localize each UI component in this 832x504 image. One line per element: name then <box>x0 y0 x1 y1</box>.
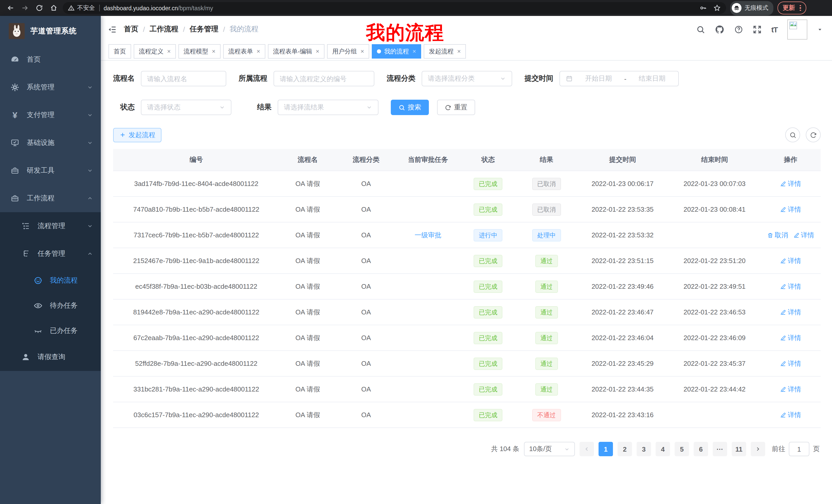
cell-actions: 取消详情 <box>760 222 821 248</box>
search-button[interactable]: 搜索 <box>391 100 429 115</box>
tab-6[interactable]: 我的流程× <box>372 44 421 59</box>
key-icon[interactable] <box>699 4 707 12</box>
page-button-4[interactable]: 4 <box>656 442 670 456</box>
sidebar-item-10[interactable]: 已办任务 <box>0 318 101 343</box>
detail-link[interactable]: 详情 <box>780 359 801 368</box>
cancel-link[interactable]: 取消 <box>767 230 788 240</box>
table-search-toggle-icon[interactable] <box>785 128 800 142</box>
cell-end-time: 2022-01-23 00:07:03 <box>669 171 760 197</box>
page-button-5[interactable]: 5 <box>675 442 689 456</box>
sidebar-item-label: 首页 <box>27 55 41 64</box>
page-ellipsis[interactable]: ··· <box>713 442 727 456</box>
sidebar-item-5[interactable]: 工作流程 <box>0 185 101 212</box>
reset-button[interactable]: 重置 <box>437 100 475 115</box>
close-icon[interactable]: × <box>361 48 364 55</box>
detail-link[interactable]: 详情 <box>780 333 801 342</box>
create-process-button[interactable]: 发起流程 <box>113 128 161 142</box>
result-tag: 通过 <box>535 357 558 370</box>
sidebar-item-6[interactable]: 流程管理 <box>0 212 101 240</box>
page-button-3[interactable]: 3 <box>636 442 651 456</box>
sidebar-item-4[interactable]: 研发工具 <box>0 157 101 185</box>
page-button-2[interactable]: 2 <box>618 442 632 456</box>
prev-page-button[interactable] <box>579 442 594 456</box>
filter-definition-input[interactable] <box>274 71 374 86</box>
filter-daterange-input[interactable]: 开始日期 - 结束日期 <box>560 71 679 86</box>
browser-back-icon[interactable] <box>5 3 16 13</box>
close-icon[interactable]: × <box>257 48 260 55</box>
page-button-1[interactable]: 1 <box>599 442 613 456</box>
page-button-11[interactable]: 11 <box>732 442 746 456</box>
detail-link[interactable]: 详情 <box>780 410 801 419</box>
security-chip[interactable]: 不安全 <box>68 4 95 12</box>
tab-7[interactable]: 发起流程× <box>424 44 466 59</box>
github-icon[interactable] <box>715 24 725 34</box>
close-icon[interactable]: × <box>167 48 171 55</box>
sidebar-item-2[interactable]: ¥支付管理 <box>0 101 101 129</box>
detail-link[interactable]: 详情 <box>780 179 801 188</box>
filter-status-select[interactable]: 请选择状态 <box>141 100 231 115</box>
avatar[interactable] <box>787 19 807 39</box>
sidebar-item-0[interactable]: 首页 <box>0 46 101 74</box>
detail-link[interactable]: 详情 <box>780 205 801 214</box>
close-icon[interactable]: × <box>457 48 461 55</box>
close-icon[interactable]: × <box>412 48 416 55</box>
filter-category-select[interactable]: 请选择流程分类 <box>422 71 512 86</box>
detail-link[interactable]: 详情 <box>793 230 814 240</box>
fullscreen-icon[interactable] <box>753 25 761 34</box>
tab-0[interactable]: 首页 <box>108 44 131 59</box>
page-button-6[interactable]: 6 <box>694 442 708 456</box>
filter-result-select[interactable]: 请选择流结果 <box>278 100 379 115</box>
sidebar-fold-icon[interactable] <box>108 25 117 34</box>
tab-2[interactable]: 流程模型× <box>178 44 220 59</box>
current-task-link[interactable]: 一级审批 <box>415 231 441 239</box>
detail-link[interactable]: 详情 <box>780 282 801 291</box>
cell-category: OA <box>336 351 396 376</box>
page-size-select[interactable]: 10条/页 <box>524 442 575 456</box>
detail-link[interactable]: 详情 <box>780 256 801 265</box>
sidebar-item-3[interactable]: 基础设施 <box>0 129 101 157</box>
filter-definition-label: 所属流程 <box>239 74 267 83</box>
tab-label: 我的流程 <box>384 47 409 56</box>
cell-submit-time: 2022-01-22 23:46:47 <box>577 299 669 325</box>
tab-5[interactable]: 用户分组× <box>327 44 369 59</box>
tab-1[interactable]: 流程定义× <box>134 44 176 59</box>
tab-4[interactable]: 流程表单-编辑× <box>268 44 324 59</box>
bookmark-star-icon[interactable] <box>713 4 721 12</box>
cell-id: 331bc281-7b9a-11ec-a290-acde48001122 <box>113 376 280 402</box>
sidebar-item-9[interactable]: 待办任务 <box>0 293 101 318</box>
sidebar-item-11[interactable]: 请假查询 <box>0 343 101 371</box>
next-page-button[interactable] <box>751 442 765 456</box>
cell-process-name: OA 请假 <box>280 402 336 428</box>
cell-process-name: OA 请假 <box>280 248 336 274</box>
avatar-caret-icon[interactable] <box>817 26 823 32</box>
browser-forward-icon[interactable] <box>20 3 30 13</box>
browser-home-icon[interactable] <box>48 3 59 13</box>
detail-link[interactable]: 详情 <box>780 307 801 317</box>
detail-link[interactable]: 详情 <box>780 385 801 394</box>
help-icon[interactable] <box>734 25 743 34</box>
address-bar[interactable]: 不安全 dashboard.yudao.iocoder.cn/bpm/task/… <box>63 2 726 14</box>
textsize-icon[interactable]: tT <box>771 25 778 34</box>
filter-name-input[interactable] <box>141 71 226 86</box>
app-logo-row[interactable]: 芋道管理系统 <box>0 16 101 46</box>
tab-3[interactable]: 流程表单× <box>223 44 265 59</box>
goto-page-input[interactable] <box>789 442 809 456</box>
browser-update-button[interactable]: 更新 <box>778 2 806 15</box>
eye-icon <box>33 301 43 310</box>
close-icon[interactable]: × <box>212 48 215 55</box>
table-refresh-icon[interactable] <box>806 128 821 142</box>
browser-reload-icon[interactable] <box>34 3 44 13</box>
sidebar-item-label: 系统管理 <box>27 83 54 92</box>
screen: 不安全 dashboard.yudao.iocoder.cn/bpm/task/… <box>0 0 832 504</box>
sidebar-item-8[interactable]: 我的流程 <box>0 268 101 293</box>
close-icon[interactable]: × <box>316 48 319 55</box>
search-icon[interactable] <box>696 25 705 34</box>
browser-menu-icon[interactable] <box>800 5 801 11</box>
breadcrumb-item-1[interactable]: 工作流程 <box>150 25 178 34</box>
cell-process-name: OA 请假 <box>280 197 336 222</box>
breadcrumb-item-2[interactable]: 任务管理 <box>190 25 218 34</box>
sidebar-item-7[interactable]: 任务管理 <box>0 240 101 268</box>
cell-category: OA <box>336 274 396 299</box>
sidebar-item-1[interactable]: 系统管理 <box>0 74 101 101</box>
breadcrumb-item-0[interactable]: 首页 <box>124 25 138 34</box>
